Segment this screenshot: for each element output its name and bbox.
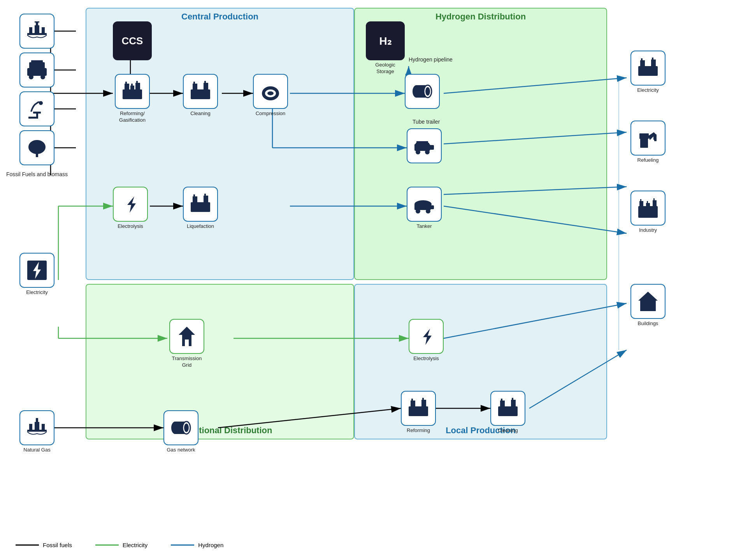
svg-point-44 (40, 75, 45, 79)
cleaning-central-node: Cleaning (183, 74, 218, 117)
dest-industry-box (630, 191, 665, 226)
main-container: Central Production Hydrogen Distribution… (0, 0, 748, 560)
svg-rect-83 (204, 194, 206, 197)
compression-label: Compression (256, 110, 286, 117)
svg-rect-134 (645, 304, 651, 311)
svg-point-87 (425, 87, 430, 96)
svg-rect-48 (33, 112, 41, 114)
geologic-h2-text: H₂ (379, 35, 391, 47)
region-local: Local Production (354, 284, 607, 439)
electrolysis-local-node: Electrolysis (409, 319, 444, 362)
dest-electricity-node: Electricity (630, 51, 665, 94)
electricity-source-label: Electricity (26, 289, 48, 296)
cleaning-local-box (490, 391, 525, 426)
tube-trailer-box (407, 128, 442, 163)
svg-rect-39 (35, 25, 39, 33)
svg-rect-93 (416, 141, 428, 144)
tanker-box (407, 187, 442, 222)
coal-box (19, 52, 54, 88)
dest-refueling-label: Refueling (637, 157, 659, 164)
geologic-storage-node: H₂ Geologic Storage (366, 21, 405, 75)
reforming-local-node: Reforming (401, 391, 436, 434)
h2-pipeline-label: Hydrogen pipeline (409, 56, 453, 63)
svg-rect-81 (204, 196, 208, 204)
tube-trailer-label-text: Tube trailer (413, 119, 440, 125)
dest-electricity-box (630, 51, 665, 86)
liquefaction-box (183, 187, 218, 222)
svg-rect-41 (35, 21, 39, 23)
svg-point-97 (416, 209, 420, 214)
geologic-storage-box: H₂ (366, 21, 405, 60)
pipeline-icon-node (405, 74, 440, 109)
svg-point-90 (416, 150, 420, 154)
reforming-local-box (401, 391, 436, 426)
offshore-node (19, 14, 54, 49)
svg-rect-72 (193, 82, 195, 85)
dest-buildings-box (630, 284, 665, 319)
svg-rect-36 (27, 33, 47, 35)
svg-point-76 (267, 91, 274, 95)
reforming-label: Reforming/ Gasification (113, 110, 152, 124)
svg-rect-53 (36, 152, 38, 157)
legend-hydrogen-label: Hydrogen (198, 542, 223, 548)
dest-electricity-label: Electricity (637, 87, 659, 94)
svg-rect-60 (36, 418, 38, 423)
compression-node: Compression (253, 74, 288, 117)
legend-hydrogen-line (171, 544, 194, 546)
electricity-source-node: Electricity (19, 253, 54, 296)
legend-electricity: Electricity (95, 542, 147, 548)
cleaning-local-label: Cleaning (498, 427, 518, 434)
svg-rect-82 (193, 194, 195, 198)
legend: Fossil fuels Electricity Hydrogen (16, 542, 223, 548)
dest-buildings-label: Buildings (638, 320, 658, 327)
dest-industry-label: Industry (639, 227, 657, 234)
ccs-text: CCS (122, 35, 143, 47)
svg-rect-132 (653, 198, 655, 201)
legend-fossil: Fossil fuels (16, 542, 72, 548)
svg-point-104 (184, 424, 189, 432)
legend-fossil-line (16, 544, 39, 546)
oil-box (19, 91, 54, 126)
svg-rect-89 (428, 145, 434, 150)
dest-refueling-box (630, 121, 665, 156)
dest-refueling-node: Refueling (630, 121, 665, 164)
tanker-label: Tanker (416, 223, 432, 230)
svg-rect-37 (29, 27, 32, 33)
svg-rect-47 (36, 113, 38, 119)
transmission-grid-box (169, 319, 204, 354)
svg-rect-125 (654, 139, 657, 141)
coal-node (19, 52, 54, 88)
ccs-box: CCS (113, 21, 152, 60)
natural-gas-label: Natural Gas (23, 447, 50, 453)
svg-rect-58 (42, 424, 45, 430)
electrolysis-central-node: Electrolysis (113, 187, 148, 230)
svg-rect-42 (27, 68, 47, 76)
gas-network-node: Gas network (163, 410, 198, 453)
svg-rect-110 (411, 399, 413, 402)
electrolysis-local-label: Electrolysis (413, 355, 439, 362)
svg-rect-131 (647, 201, 648, 204)
svg-rect-120 (641, 58, 643, 61)
offshore-box (19, 14, 54, 49)
legend-hydrogen: Hydrogen (171, 542, 223, 548)
svg-rect-71 (204, 83, 208, 91)
svg-rect-66 (125, 82, 127, 85)
svg-rect-123 (639, 133, 649, 139)
electricity-source-box (19, 253, 54, 288)
svg-rect-73 (204, 81, 206, 84)
region-conventional: Conventional Distribution (86, 284, 354, 439)
gas-network-label: Gas network (167, 447, 195, 453)
reforming-node: Reforming/ Gasification (113, 74, 152, 124)
biomass-node (19, 130, 54, 165)
electrolysis-local-box (409, 319, 444, 354)
compression-box (253, 74, 288, 109)
svg-rect-64 (135, 83, 140, 91)
svg-point-49 (39, 101, 43, 105)
svg-rect-130 (640, 199, 641, 202)
svg-rect-65 (124, 97, 141, 99)
electrolysis-central-box (113, 187, 148, 222)
svg-rect-46 (31, 60, 43, 63)
svg-point-96 (414, 200, 432, 208)
svg-marker-99 (179, 327, 195, 346)
svg-rect-111 (422, 398, 424, 401)
